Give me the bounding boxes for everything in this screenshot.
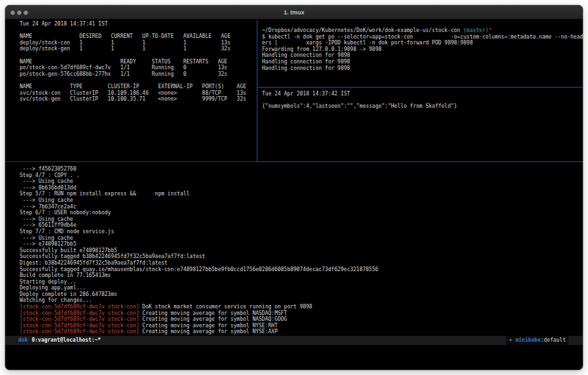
terminal-line: ---> Using cache [20, 235, 583, 242]
terminal-line [20, 77, 257, 84]
terminal-line: [stock-con-5d7df689cf-dwc7v stock-con] C… [20, 316, 583, 323]
tmux-session: Tue 24 Apr 2018 14:37:41 ISTNAME DESIRED… [5, 20, 583, 370]
terminal-line: NAME TYPE CLUSTER-IP EXTERNAL-IP PORT(S)… [20, 84, 257, 90]
terminal-line: Handling connection for 9898 [262, 52, 583, 59]
terminal-line: Digest: b38b42246945fd7f32c5ba9aea7af7fd… [20, 260, 583, 267]
terminal-line: Handling connection for 9898 [262, 65, 583, 72]
window-titlebar: 1. tmux [5, 5, 583, 20]
terminal-line: ---> Using cache [20, 178, 583, 185]
kube-context-name: minikube [515, 337, 541, 343]
terminal-line: [stock-con-5d7df689cf-dwc7v stock-con] D… [20, 304, 583, 310]
terminal-line: Step 6/7 : USER nobody:nobody [20, 210, 583, 216]
terminal-line: svc/stock-gen ClusterIP 10.100.35.71 <no… [20, 96, 257, 103]
terminal-line: ---> f45623052760 [20, 166, 583, 172]
terminal-line: Deploy complete in 286.647823ms [20, 291, 583, 298]
kube-namespace: :default [540, 337, 566, 343]
terminal-line: ---> Using cache [20, 216, 583, 223]
terminal-line [20, 52, 257, 59]
terminal-line: Step 5/7 : RUN npm install express && np… [20, 191, 583, 197]
terminal-line: $ kubectl -n dok get po --selector=app=s… [262, 34, 583, 41]
terminal-line: Step 7/7 : CMD node service.js [20, 229, 583, 235]
terminal-line: po/stock-gen-576cc688bb-277hx 1/1 Runnin… [20, 71, 257, 78]
terminal-line: ---> Using cache [20, 197, 583, 204]
terminal-line: Successfully tagged b38b42246945fd7f32c5… [20, 253, 583, 260]
terminal-line: ---> 0b636bd013dd [20, 185, 583, 191]
terminal-line: Tue 24 Apr 2018 14:37:41 IST [20, 21, 257, 27]
terminal-line: deploy/stock-con 1 1 1 1 13s [20, 40, 257, 46]
terminal-line: ---> 65611ff9db4e [20, 222, 583, 229]
terminal-line: po/stock-con-5d7df689cf-dwc7v 1/1 Runnin… [20, 65, 257, 71]
terminal-line: Deploying app.yaml... [20, 285, 583, 291]
session-name: dok [18, 336, 27, 345]
tmux-status-bar: dok 0:vagrant@localhost:~* ⎈ minikube:de… [5, 336, 583, 345]
terminal-line: NAME DESIRED CURRENT UP-TO-DATE AVAILABL… [20, 33, 257, 40]
terminal-line: [stock-con-5d7df689cf-dwc7v stock-con] C… [20, 329, 583, 335]
terminal-line: ers | xargs -IPOD kubectl -n dok port-fo… [262, 40, 583, 46]
terminal-line: Step 4/7 : COPY . . [20, 172, 583, 179]
terminal-line: [stock-con-5d7df689cf-dwc7v stock-con] C… [20, 323, 583, 329]
terminal-line [20, 27, 257, 34]
terminal-window: 1. tmux Tue 24 Apr 2018 14:37:41 ISTNAME… [5, 5, 583, 370]
terminal-line: Tue 24 Apr 2018 14:37:42 IST [262, 91, 583, 97]
terminal-line: Watching for changes... [20, 297, 583, 304]
terminal-line: [stock-con-5d7df689cf-dwc7v stock-con] C… [20, 310, 583, 317]
terminal-line: ---> 7b6347ce2a4c [20, 204, 583, 210]
terminal-line: svc/stock-con ClusterIP 10.109.186.46 <n… [20, 90, 257, 97]
terminal-line: Handling connection for 9898 [262, 59, 583, 65]
pane-port-forward[interactable]: ~/Dropbox/advocacy/Kubernetes/DoK/work/d… [257, 20, 583, 87]
terminal-line: ~/Dropbox/advocacy/Kubernetes/DoK/work/d… [262, 27, 583, 34]
terminal-line: Successfully tagged quay.io/mhausenblas/… [20, 267, 583, 273]
pane-kubectl-watch[interactable]: Tue 24 Apr 2018 14:37:41 ISTNAME DESIRED… [5, 20, 257, 161]
kube-context-indicator: ⎈ minikube:default [506, 336, 568, 345]
terminal-line: Forwarding from 127.0.0.1:9898 -> 9898 [262, 46, 583, 53]
window-title: 1. tmux [5, 5, 583, 20]
terminal-line [262, 97, 583, 104]
terminal-line: Starting deploy... [20, 279, 583, 285]
terminal-line: Successfully built e74898127bb5 [20, 248, 583, 254]
terminal-line: Build complete in 77.165413ms [20, 272, 583, 279]
terminal-line: NAME READY STATUS RESTARTS AGE [20, 59, 257, 65]
pane-skaffold-log[interactable]: ---> f45623052760Step 4/7 : COPY . . ---… [5, 162, 583, 336]
terminal-line: ---> e74898127bb5 [20, 241, 583, 248]
terminal-line: {"numsymbols":4,"lastseen":"","message":… [262, 103, 583, 110]
terminal-line: deploy/stock-gen 1 1 1 1 32s [20, 46, 257, 52]
window-tab-active[interactable]: 0:vagrant@localhost:~* [31, 336, 101, 345]
pane-curl-watch[interactable]: Tue 24 Apr 2018 14:37:42 IST{"numsymbols… [257, 88, 583, 161]
